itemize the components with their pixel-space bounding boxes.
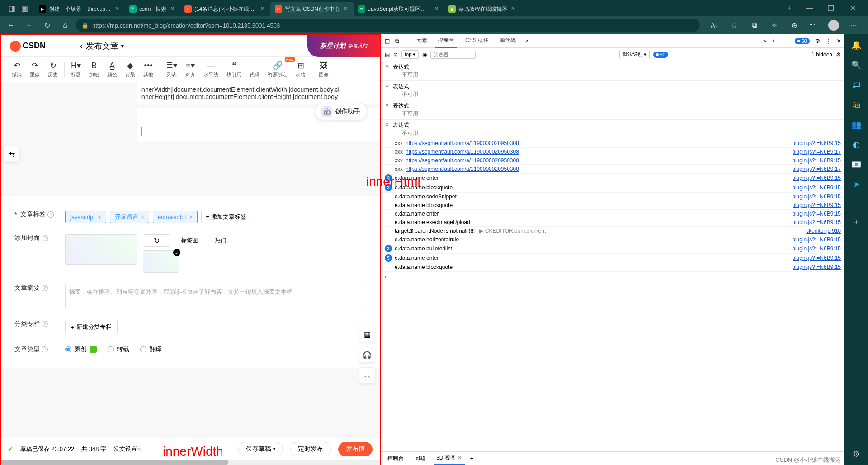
toolbar-其他[interactable]: •••其他 — [140, 59, 157, 80]
cover-thumb-selected[interactable]: ✓ — [143, 250, 179, 273]
console-log-row[interactable]: xxx https://segmentfault.com/a/119000002… — [381, 139, 844, 148]
console-log-row[interactable]: 2e.data.name blockquoteplugin.js?t=N6B9:… — [381, 183, 844, 193]
maximize-button[interactable]: ❐ — [821, 1, 841, 15]
console-prompt[interactable]: › — [381, 272, 844, 282]
help-icon[interactable]: ? — [42, 235, 48, 241]
add-tab-icon[interactable]: + — [772, 38, 775, 44]
add-tag-button[interactable]: + 添加文章标签 — [201, 211, 251, 223]
log-source[interactable]: plugin.js?t=N6B9:15 — [792, 219, 841, 225]
level-select[interactable]: 默认级别 ▾ — [619, 50, 650, 59]
qr-widget[interactable]: ▦ — [359, 326, 375, 342]
console-log-row[interactable]: target.$.parentNode is not null !!!! ▶ C… — [381, 227, 844, 235]
tag-remove-icon[interactable]: × — [141, 214, 145, 221]
toolbar-表格[interactable]: ⊞表格 — [292, 59, 309, 80]
log-source[interactable]: plugin.js?t=N6B9:15 — [792, 175, 841, 181]
refresh-button[interactable]: ↻ — [40, 18, 54, 33]
console-log-row[interactable]: e.data.name blockquoteplugin.js?t=N6B9:1… — [381, 201, 844, 210]
code-block[interactable]: innerWidth||document.documentElement.cli… — [137, 82, 380, 104]
refresh-cover-button[interactable]: ↻ — [143, 234, 170, 247]
context-select[interactable]: top ▾ — [401, 50, 419, 59]
help-icon[interactable]: ? — [42, 346, 48, 352]
plan-badge[interactable]: 新星计划 学习 入门 — [307, 35, 380, 57]
drawer-add-icon[interactable]: + — [470, 456, 473, 462]
cover-thumb[interactable] — [65, 234, 137, 265]
console-log-row[interactable]: 5e.data.name enterplugin.js?t=N6B9:15 — [381, 254, 844, 263]
console-output[interactable]: ✕表达式不可用✕表达式不可用✕表达式不可用✕表达式不可用xxx https://… — [381, 61, 844, 451]
log-source[interactable]: ckeditor.js:910 — [806, 228, 841, 234]
search-sidebar-icon[interactable]: 🔍 — [851, 60, 862, 70]
toolbar-块引用[interactable]: ❝块引用 — [223, 59, 245, 80]
outlook-icon[interactable]: 📧 — [851, 159, 862, 170]
drawer-tab-close[interactable]: ✕ — [458, 455, 462, 461]
filter-input[interactable] — [430, 51, 476, 59]
toolbar-背景[interactable]: ◆背景 — [122, 59, 139, 80]
console-log-row[interactable]: e.data.name codeSnippetplugin.js?t=N6B9:… — [381, 193, 844, 201]
toolbar-列表[interactable]: ≣▾列表 — [163, 59, 181, 80]
log-source[interactable]: plugin.js?t=N6B9:15 — [792, 211, 841, 217]
schedule-button[interactable]: 定时发布 — [290, 442, 331, 456]
log-source[interactable]: plugin.js?t=N6B9:15 — [792, 202, 841, 208]
tag-remove-icon[interactable]: × — [98, 214, 101, 221]
device-icon[interactable]: ⧉ — [395, 38, 399, 44]
profile-icon[interactable] — [826, 18, 841, 33]
eye-icon[interactable]: ◉ — [422, 52, 427, 58]
expand-icon[interactable]: ▶ CKEDITOR.dom.element — [479, 228, 546, 234]
minimize-button[interactable]: — — [799, 1, 819, 15]
devtools-tab[interactable]: CSS 概述 — [462, 34, 491, 48]
tag-remove-icon[interactable]: × — [189, 214, 193, 221]
extensions-icon[interactable]: ⊕ — [787, 18, 801, 33]
toolbar-重做[interactable]: ↷重做 — [26, 59, 43, 80]
console-log-row[interactable]: 2e.data.name enterplugin.js?t=N6B9:15 — [381, 174, 844, 183]
add-sidebar-icon[interactable]: + — [851, 217, 862, 228]
browser-tab[interactable]: C(14条消息) 小小猿在线搬运✕ — [180, 2, 270, 16]
publish-button[interactable]: 发布博 — [338, 442, 373, 456]
assist-button[interactable]: 🤖 创作助手 — [315, 103, 367, 120]
copilot-icon[interactable]: ◐ — [851, 139, 862, 150]
help-icon[interactable]: ? — [47, 211, 54, 218]
console-log-row[interactable]: e.data.name enterplugin.js?t=N6B9:15 — [381, 210, 844, 218]
settings-icon[interactable]: ⚙ — [815, 38, 820, 44]
send-icon[interactable]: ➤ — [851, 179, 862, 190]
log-link[interactable]: https://segmentfault.com/a/1190000020950… — [406, 157, 519, 164]
performance-icon[interactable]: 〰 — [807, 18, 821, 33]
collections-icon[interactable]: ⧉ — [747, 18, 761, 33]
toolbar-加粗[interactable]: B加粗 — [85, 59, 103, 80]
remove-expr-icon[interactable]: ✕ — [385, 63, 389, 70]
notifications-icon[interactable]: 🔔 — [851, 40, 862, 51]
help-icon[interactable]: ? — [42, 285, 48, 291]
cover-tab-label[interactable]: 标签图 — [175, 235, 204, 246]
browser-tab[interactable]: C写文章-CSDN创作中心✕ — [270, 2, 354, 16]
devtools-tab[interactable]: 源代码 — [497, 34, 519, 48]
console-log-row[interactable]: xxx https://segmentfault.com/a/119000002… — [381, 156, 844, 165]
url-field[interactable]: 🔒 https://mp.csdn.net/mp_blog/creation/e… — [76, 19, 700, 32]
drawer-tab[interactable]: 3D 视图✕ — [434, 452, 465, 465]
type-option[interactable]: 翻译 — [140, 345, 162, 353]
remove-expr-icon[interactable]: ✕ — [385, 83, 389, 89]
toolbar-水平线[interactable]: —水平线 — [200, 59, 222, 80]
tab-close-icon[interactable]: ✕ — [114, 6, 120, 12]
scroll-top-widget[interactable]: ︿ — [359, 367, 375, 384]
devtools-tab[interactable]: 元素 — [414, 34, 430, 48]
toolbar-标题[interactable]: H▾标题 — [67, 59, 85, 80]
inspect-icon[interactable]: ◫ — [385, 38, 390, 44]
tag-sidebar-icon[interactable]: 🏷 — [851, 80, 862, 90]
devtools-tab[interactable]: 控制台 — [435, 34, 457, 48]
remove-expr-icon[interactable]: ✕ — [385, 102, 389, 108]
browser-tab[interactable]: 🔍csdn - 搜索✕ — [125, 2, 180, 16]
help-icon[interactable]: ? — [42, 321, 48, 327]
console-log-row[interactable]: xxx https://segmentfault.com/a/119000002… — [381, 148, 844, 156]
remove-expr-icon[interactable]: ✕ — [385, 122, 389, 128]
home-button[interactable]: ⌂ — [58, 18, 72, 33]
abstract-textarea[interactable]: 摘要：会在推荐、列表等场景外露，帮助读者快速了解内容，支持一键填入摘要文本框 — [65, 284, 366, 309]
toolbar-撤消[interactable]: ↶撤消 — [8, 59, 25, 80]
cover-hot-label[interactable]: 热门 — [209, 235, 232, 246]
close-window-button[interactable]: ✕ — [843, 1, 863, 15]
support-widget[interactable]: 🎧 — [359, 347, 375, 363]
favorite-icon[interactable]: ☆ — [727, 18, 741, 33]
tag-chip[interactable]: ecmascript × — [153, 211, 197, 223]
console-log-row[interactable]: e.data.name blockquoteplugin.js?t=N6B9:1… — [381, 263, 844, 272]
tab-close-icon[interactable]: ✕ — [343, 6, 349, 12]
tag-chip[interactable]: 开发语言 × — [110, 211, 150, 223]
favorites-bar-icon[interactable]: ✧ — [767, 18, 781, 33]
more-tabs-icon[interactable]: » — [763, 38, 766, 44]
